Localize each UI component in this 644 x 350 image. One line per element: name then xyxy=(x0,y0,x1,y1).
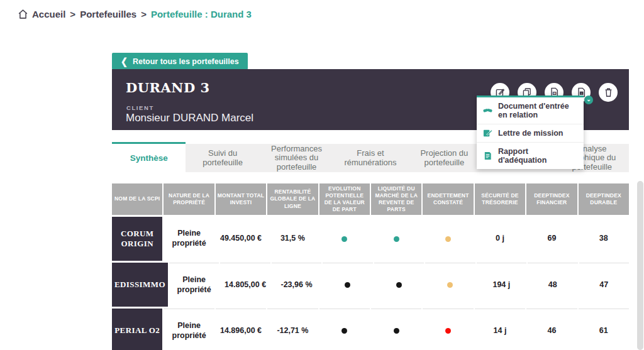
documents-dropdown-menu: Document d'entrée en relation Lettre de … xyxy=(477,96,584,169)
trash-icon xyxy=(604,87,613,97)
client-name: Monsieur DURAND Marcel xyxy=(126,112,253,124)
endettement-dot-cell xyxy=(423,217,473,261)
column-header: Evolution potentielle de la valeur de pa… xyxy=(319,183,370,215)
menu-item-rapport-adequation[interactable]: Rapport d'adéquation xyxy=(477,143,584,169)
menu-item-label: Rapport d'adéquation xyxy=(498,147,577,165)
endettement-dot-cell xyxy=(425,263,475,307)
report-file-icon xyxy=(483,151,492,160)
handshake-icon xyxy=(483,106,492,115)
menu-item-label: Lettre de mission xyxy=(498,129,564,138)
scpi-name: CORUM ORIGIN xyxy=(112,217,162,261)
column-header: Liquidité du marché de la revente de par… xyxy=(371,183,421,215)
status-dot xyxy=(445,236,451,242)
menu-item-document-entree-relation[interactable]: Document d'entrée en relation xyxy=(477,97,584,124)
nature-propriete: Pleine propriété xyxy=(169,263,219,307)
menu-item-label: Document d'entrée en relation xyxy=(498,102,577,119)
tab-frais-et-remunerations[interactable]: Frais et rémunérations xyxy=(333,144,407,172)
tab-performances-simulees[interactable]: Performances simulées du portefeuille xyxy=(260,144,333,172)
portfolio-title: DURAND 3 xyxy=(126,80,210,96)
securite-tresorerie: 0 j xyxy=(475,217,525,261)
breadcrumb-item-portefeuilles[interactable]: Portefeuilles xyxy=(80,9,136,19)
column-header: Nature de la propriété xyxy=(164,183,214,215)
status-dot xyxy=(341,328,347,334)
tab-suivi-du-portefeuille[interactable]: Suivi du portefeuille xyxy=(186,144,259,172)
portfolio-page: Accueil > Portefeuilles > Portefeuille :… xyxy=(0,0,644,350)
table-row-corum-origin[interactable]: CORUM ORIGIN Pleine propriété 49.450,00 … xyxy=(112,217,629,261)
column-header: Rentabilité globale de la ligne xyxy=(267,183,318,215)
breadcrumb-item-accueil[interactable]: Accueil xyxy=(32,9,65,19)
deeptindex-financier: 46 xyxy=(526,309,577,350)
scpi-name: EDISSIMMO xyxy=(112,263,168,307)
chevron-down-badge-icon: ⌄ xyxy=(584,96,593,104)
client-label: CLIENT xyxy=(126,104,154,111)
nature-propriete: Pleine propriété xyxy=(164,217,214,261)
delete-button[interactable] xyxy=(599,83,618,102)
deeptindex-financier: 69 xyxy=(526,217,577,261)
securite-tresorerie: 194 j xyxy=(477,263,526,307)
deeptindex-durable: 47 xyxy=(579,263,629,307)
montant-investi: 49.450,00 € xyxy=(216,217,266,261)
status-dot xyxy=(394,236,399,242)
table-row-edissimmo[interactable]: EDISSIMMO Pleine propriété 14.805,00 € -… xyxy=(112,263,629,307)
liquidite-dot-cell xyxy=(371,309,421,350)
endettement-dot-cell xyxy=(423,309,473,350)
rentabilite-globale: -12,71 % xyxy=(267,309,318,350)
back-to-portfolios-button[interactable]: ❮ Retour tous les portefeuilles xyxy=(112,53,248,70)
deeptindex-durable: 38 xyxy=(579,217,629,261)
deeptindex-durable: 61 xyxy=(579,309,629,350)
breadcrumb-item-current: Portefeuille : Durand 3 xyxy=(151,9,252,19)
montant-investi: 14.805,00 € xyxy=(220,263,270,307)
deeptindex-financier: 48 xyxy=(528,263,577,307)
evolution-dot-cell xyxy=(319,309,370,350)
liquidite-dot-cell xyxy=(374,263,424,307)
svg-text:↓: ↓ xyxy=(580,91,582,95)
column-header: Nom de la SCPI xyxy=(112,183,162,215)
status-dot xyxy=(447,282,453,288)
rentabilite-globale: 31,5 % xyxy=(267,217,318,261)
column-header: Deeptindex durable xyxy=(579,183,629,215)
column-header: Endettement constaté xyxy=(423,183,473,215)
tab-projection-du-portefeuille[interactable]: Projection du portefeuille xyxy=(408,144,481,172)
scpi-synthesis-table: Nom de la SCPI Nature de la propriété Mo… xyxy=(112,183,629,350)
menu-item-lettre-de-mission[interactable]: Lettre de mission xyxy=(477,124,584,143)
svg-text:w: w xyxy=(552,92,555,95)
breadcrumb-separator: > xyxy=(70,9,75,19)
letter-pen-icon xyxy=(483,129,492,138)
status-dot xyxy=(394,328,399,334)
status-dot xyxy=(345,282,350,288)
status-dot xyxy=(341,236,347,242)
status-dot xyxy=(396,282,402,288)
breadcrumb-separator: > xyxy=(141,9,147,19)
table-row-perial-o2[interactable]: PERIAL O2 Pleine propriété 14.896,00 € -… xyxy=(112,309,629,350)
chevron-left-icon: ❮ xyxy=(121,56,128,67)
back-button-label: Retour tous les portefeuilles xyxy=(133,57,239,66)
column-header: Montant total investi xyxy=(216,183,266,215)
home-icon[interactable] xyxy=(18,9,28,19)
liquidite-dot-cell xyxy=(371,217,421,261)
table-header-row: Nom de la SCPI Nature de la propriété Mo… xyxy=(112,183,629,215)
nature-propriete: Pleine propriété xyxy=(164,309,214,350)
vertical-scrollbar[interactable] xyxy=(637,181,643,350)
evolution-dot-cell xyxy=(323,263,372,307)
tab-synthese[interactable]: Synthèse xyxy=(112,142,186,172)
breadcrumb: Accueil > Portefeuilles > Portefeuille :… xyxy=(18,9,252,19)
montant-investi: 14.896,00 € xyxy=(216,309,266,350)
column-header: Sécurité de trésorerie xyxy=(475,183,525,215)
securite-tresorerie: 14 j xyxy=(475,309,525,350)
evolution-dot-cell xyxy=(319,217,370,261)
scpi-name: PERIAL O2 xyxy=(112,309,162,350)
column-header: Deeptindex financier xyxy=(526,183,577,215)
status-dot xyxy=(445,328,451,334)
rentabilite-globale: -23,96 % xyxy=(272,263,321,307)
